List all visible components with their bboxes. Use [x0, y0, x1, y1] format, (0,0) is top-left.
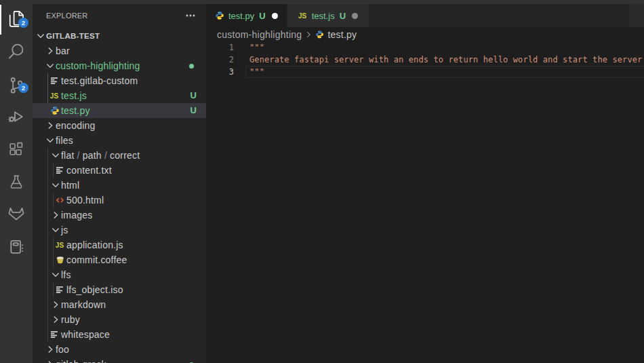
- chevron-down-icon: [35, 28, 46, 43]
- tab-test-py[interactable]: test.pyU: [206, 4, 287, 27]
- line-number: 2: [206, 54, 234, 66]
- js-icon: JS: [50, 88, 61, 103]
- tree-item-content-txt[interactable]: content.txt: [33, 163, 206, 178]
- tree-item-lfs-object-iso[interactable]: lfs_object.iso: [33, 282, 206, 297]
- activitybar-item-source-control[interactable]: 2: [0, 68, 33, 100]
- code-line-1: 1""": [206, 41, 644, 54]
- sidebar-title: EXPLORER: [46, 4, 88, 27]
- tree-item-test-py[interactable]: test.pyU: [33, 103, 206, 118]
- tree-item-encoding[interactable]: encoding: [33, 118, 206, 133]
- indent: [33, 357, 45, 363]
- chevron-down-icon: [50, 223, 61, 237]
- tree-item-html[interactable]: html: [33, 178, 206, 193]
- chevron-right-icon: [45, 357, 56, 363]
- tree-item-label: html: [61, 178, 79, 193]
- line-text: Generate fastapi server with an ends to …: [249, 54, 642, 66]
- tab-label: test.js: [312, 11, 335, 21]
- python-icon: [215, 10, 226, 21]
- breadcrumb-item[interactable]: custom-highlighting: [217, 29, 302, 40]
- tree-item-ruby[interactable]: ruby: [33, 312, 206, 327]
- tab-label: test.py: [228, 11, 254, 21]
- tree-item-bar[interactable]: bar: [33, 43, 206, 58]
- tree-item-test-js[interactable]: JStest.jsU: [33, 88, 206, 103]
- svg-text:JS: JS: [50, 92, 58, 100]
- breadcrumb-chevron-icon: [304, 30, 313, 39]
- activitybar-item-run-and-debug[interactable]: [0, 100, 33, 133]
- git-untracked-badge: U: [190, 103, 197, 118]
- chevron-right-icon: [50, 297, 61, 312]
- breadcrumb-item[interactable]: test.py: [327, 29, 357, 40]
- line-text: """: [249, 66, 264, 78]
- sidebar-explorer: EXPLORER GITLAB-TESTbarcustom-highlighti…: [33, 4, 206, 363]
- chevron-down-icon: [45, 58, 56, 73]
- tree-item-label: test.js: [61, 88, 87, 103]
- tree-item-flat-path-correct[interactable]: flat / path / correct: [33, 148, 206, 163]
- tree-item-commit-coffee[interactable]: commit.coffee: [33, 252, 206, 267]
- tree-item-whitespace[interactable]: whitespace: [33, 327, 206, 342]
- indent: [33, 58, 45, 73]
- chevron-right-icon: [50, 312, 61, 327]
- chevron-down-icon: [50, 178, 61, 193]
- indent: [33, 342, 45, 357]
- more-actions-icon[interactable]: [184, 10, 197, 21]
- activitybar-badge-source-control: 2: [18, 83, 28, 93]
- tab-test-js[interactable]: JStest.jsU: [287, 4, 369, 27]
- activitybar-item-testing[interactable]: [0, 166, 33, 198]
- line-text: """: [249, 41, 264, 54]
- tree-item-js[interactable]: js: [33, 223, 206, 237]
- activitybar-item-gitlab-workflow[interactable]: [0, 198, 33, 231]
- activitybar-badge-explorer: 2: [18, 18, 28, 28]
- beaker-icon: [7, 172, 26, 191]
- tree-item-markdown[interactable]: markdown: [33, 297, 206, 312]
- breadcrumbs: custom-highlightingtest.py: [206, 27, 644, 42]
- activitybar-item-extensions[interactable]: [0, 133, 33, 166]
- activitybar-item-search[interactable]: [0, 35, 33, 68]
- indent: [33, 282, 56, 297]
- dirty-indicator-dot: [352, 13, 358, 19]
- tree-item-lfs[interactable]: lfs: [33, 267, 206, 282]
- compact-folder-part[interactable]: flat: [61, 150, 74, 161]
- debug-icon: [7, 107, 26, 126]
- tree-item-label: markdown: [61, 297, 106, 312]
- line-number: 1: [206, 41, 234, 54]
- chevron-right-icon: [50, 208, 61, 223]
- tree-item-foo[interactable]: foo: [33, 342, 206, 357]
- compact-folder-part[interactable]: path: [83, 150, 102, 161]
- chevron-down-icon: [45, 133, 56, 148]
- tree-item-label: ruby: [61, 312, 80, 327]
- js-icon: JS: [298, 10, 309, 21]
- indent: [33, 43, 45, 58]
- html-icon: [56, 193, 66, 208]
- tree-item-files[interactable]: files: [33, 133, 206, 148]
- activity-bar: 22: [0, 0, 33, 363]
- activitybar-item-notebook[interactable]: [0, 231, 33, 263]
- indent: [33, 88, 50, 103]
- chevron-right-icon: [45, 43, 56, 58]
- activitybar-item-explorer[interactable]: 2: [0, 3, 33, 35]
- editor-group: test.pyUJStest.jsU custom-highlightingte…: [206, 4, 644, 363]
- indent: [33, 327, 50, 342]
- tree-root-gitlab-test[interactable]: GITLAB-TEST: [33, 28, 206, 43]
- sidebar-header: EXPLORER: [33, 4, 206, 27]
- tree-item-label: application.js: [66, 237, 123, 252]
- tree-item-application-js[interactable]: JSapplication.js: [33, 237, 206, 252]
- tree-item-custom-highlighting[interactable]: custom-highlighting: [33, 58, 206, 73]
- chevron-right-icon: [45, 342, 56, 357]
- tree-item-gitlab-grack[interactable]: gitlab-grack: [33, 357, 206, 363]
- tree-item-label: content.txt: [66, 163, 112, 178]
- doc-icon: [50, 327, 61, 342]
- tree-item-test-gitlab-custom[interactable]: test.gitlab-custom: [33, 73, 206, 88]
- tree-item-images[interactable]: images: [33, 208, 206, 223]
- chevron-down-icon: [50, 267, 61, 282]
- indent: [33, 193, 56, 208]
- indent: [33, 73, 50, 88]
- tree-item-label: images: [61, 208, 92, 223]
- code-editor[interactable]: 1"""2Generate fastapi server with an end…: [206, 41, 644, 363]
- tree-item-label: test.py: [61, 103, 90, 118]
- git-modified-dot: [189, 64, 194, 69]
- tree-item-label: foo: [56, 342, 69, 357]
- tree-item-label: test.gitlab-custom: [61, 73, 138, 88]
- gitlab-icon: [7, 205, 26, 224]
- tree-item-500-html[interactable]: 500.html: [33, 193, 206, 208]
- compact-folder-part[interactable]: correct: [110, 150, 140, 161]
